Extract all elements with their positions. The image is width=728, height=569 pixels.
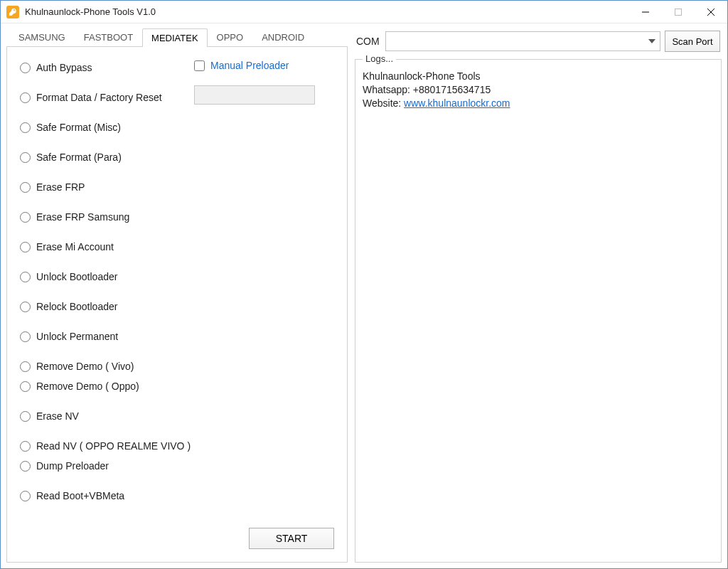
- maximize-button: [662, 1, 695, 23]
- preloader-file-input[interactable]: [194, 85, 315, 105]
- close-button[interactable]: [695, 1, 727, 23]
- radio-read-nv[interactable]: Read NV ( OPPO REALME VIVO ): [20, 438, 334, 454]
- manual-preloader-checkbox[interactable]: Manual Preloader: [194, 60, 289, 71]
- radio-label: Safe Format (Para): [36, 151, 122, 163]
- radio-list: Auth Bypass Format Data / Factory Reset …: [20, 60, 334, 504]
- tab-samsung[interactable]: SAMSUNG: [9, 28, 75, 46]
- tab-fastboot[interactable]: FASTBOOT: [75, 28, 142, 46]
- radio-label: Erase FRP Samsung: [36, 211, 129, 223]
- radio-erase-mi-account[interactable]: Erase Mi Account: [20, 239, 334, 255]
- radio-label: Dump Preloader: [36, 460, 109, 472]
- radio-label: Erase NV: [36, 410, 79, 422]
- com-label: COM: [356, 36, 380, 47]
- log-line: Whatsapp: +8801715634715: [363, 83, 714, 97]
- radio-label: Remove Demo ( Oppo): [36, 381, 139, 392]
- radio-unlock-permanent[interactable]: Unlock Permanent: [20, 329, 334, 344]
- content-area: SAMSUNG FASTBOOT MEDIATEK OPPO ANDROID A…: [1, 23, 727, 568]
- radio-label: Safe Format (Misc): [36, 122, 121, 133]
- radio-label: Read NV ( OPPO REALME VIVO ): [36, 440, 191, 452]
- radio-safe-format-misc[interactable]: Safe Format (Misc): [20, 119, 334, 135]
- radio-erase-frp-samsung[interactable]: Erase FRP Samsung: [20, 209, 334, 225]
- radio-label: Auth Bypass: [36, 62, 92, 73]
- radio-relock-bootloader[interactable]: Relock Bootloader: [20, 299, 334, 314]
- start-button[interactable]: START: [249, 528, 334, 549]
- minimize-button[interactable]: [629, 1, 662, 23]
- tab-oppo[interactable]: OPPO: [208, 28, 253, 46]
- tab-bar: SAMSUNG FASTBOOT MEDIATEK OPPO ANDROID: [6, 28, 348, 46]
- radio-label: Format Data / Factory Reset: [36, 92, 162, 103]
- right-panel: COM Scan Port Logs... Khulnaunlock-Phone…: [355, 28, 722, 563]
- com-select[interactable]: [385, 31, 660, 51]
- window-title: Khulnaunlock-Phone Tools V1.0: [25, 6, 629, 17]
- radio-label: Remove Demo ( Vivo): [36, 361, 134, 372]
- tab-android[interactable]: ANDROID: [252, 28, 314, 46]
- log-content: Khulnaunlock-Phone Tools Whatsapp: +8801…: [355, 60, 721, 117]
- manual-preloader-label: Manual Preloader: [210, 60, 289, 71]
- tab-page-mediatek: Auth Bypass Format Data / Factory Reset …: [6, 46, 348, 563]
- radio-label: Read Boot+VBMeta: [36, 490, 124, 501]
- website-link[interactable]: www.khulnaunlockr.com: [404, 97, 510, 109]
- log-line: Khulnaunlock-Phone Tools: [363, 70, 714, 83]
- radio-label: Unlock Permanent: [36, 331, 118, 342]
- radio-label: Erase FRP: [36, 181, 85, 193]
- radio-safe-format-para[interactable]: Safe Format (Para): [20, 149, 334, 165]
- window-buttons: [629, 1, 727, 23]
- com-row: COM Scan Port: [355, 28, 722, 59]
- radio-label: Erase Mi Account: [36, 241, 114, 252]
- radio-remove-demo-vivo[interactable]: Remove Demo ( Vivo): [20, 358, 334, 374]
- log-line: Website: www.khulnaunlockr.com: [363, 97, 714, 110]
- app-icon: [6, 6, 19, 18]
- radio-label: Unlock Bootloader: [36, 271, 117, 282]
- radio-read-boot-vbmeta[interactable]: Read Boot+VBMeta: [20, 488, 334, 504]
- app-window: Khulnaunlock-Phone Tools V1.0 SAMSUNG FA…: [0, 0, 728, 569]
- radio-dump-preloader[interactable]: Dump Preloader: [20, 458, 334, 474]
- radio-erase-nv[interactable]: Erase NV: [20, 408, 334, 424]
- chevron-down-icon: [648, 39, 655, 43]
- tab-mediatek[interactable]: MEDIATEK: [142, 28, 208, 47]
- radio-label: Relock Bootloader: [36, 301, 117, 312]
- log-box: Logs... Khulnaunlock-Phone Tools Whatsap…: [355, 59, 722, 563]
- log-legend: Logs...: [363, 53, 396, 64]
- radio-unlock-bootloader[interactable]: Unlock Bootloader: [20, 269, 334, 284]
- scan-port-button[interactable]: Scan Port: [665, 31, 720, 52]
- titlebar: Khulnaunlock-Phone Tools V1.0: [1, 1, 727, 23]
- svg-rect-0: [675, 9, 682, 15]
- radio-erase-frp[interactable]: Erase FRP: [20, 179, 334, 195]
- left-panel: SAMSUNG FASTBOOT MEDIATEK OPPO ANDROID A…: [6, 28, 348, 563]
- radio-remove-demo-oppo[interactable]: Remove Demo ( Oppo): [20, 378, 334, 394]
